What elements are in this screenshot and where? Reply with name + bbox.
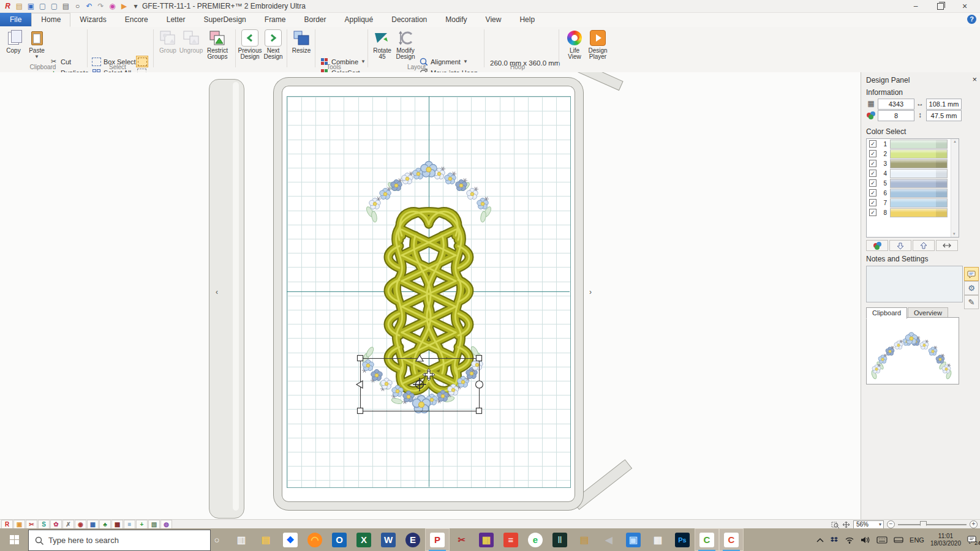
- wizard-module-icon[interactable]: ▣: [13, 520, 25, 529]
- menu-tab-encore[interactable]: Encore: [116, 13, 157, 26]
- color-row-7[interactable]: ✓7: [867, 198, 959, 208]
- rotate-45-button[interactable]: Rotate 45: [371, 29, 393, 66]
- design-canvas[interactable]: ‹ ›: [0, 72, 861, 519]
- design-panel-close-icon[interactable]: ×: [972, 75, 977, 84]
- taskbar-search[interactable]: Type here to search: [28, 530, 211, 551]
- outlook-icon[interactable]: O: [327, 528, 352, 551]
- menu-file[interactable]: File: [0, 13, 31, 26]
- zoom-in-button[interactable]: +: [970, 520, 978, 528]
- modify-design-button[interactable]: Modify Design: [394, 29, 417, 66]
- quilt-module-icon[interactable]: ▦: [87, 520, 99, 529]
- photoshop-icon[interactable]: Ps: [670, 528, 695, 551]
- media-icon[interactable]: ◀: [597, 528, 621, 551]
- menu-tab-view[interactable]: View: [477, 13, 511, 26]
- start-button[interactable]: [0, 528, 28, 551]
- color-row-8[interactable]: ✓8: [867, 208, 959, 217]
- menu-tab-appliqué[interactable]: Appliqué: [336, 13, 383, 26]
- snip-icon[interactable]: ✂: [450, 528, 474, 551]
- keyboard-icon[interactable]: [876, 536, 888, 544]
- color-wheel-icon[interactable]: ◉: [107, 1, 118, 11]
- thread-module-icon[interactable]: ≡: [124, 520, 135, 529]
- life-view-button[interactable]: Life View: [564, 29, 586, 66]
- color-row-2[interactable]: ✓2: [867, 149, 959, 159]
- color-row-5[interactable]: ✓5: [867, 178, 959, 188]
- scroll-up-icon[interactable]: ▴: [954, 139, 956, 143]
- file-explorer-icon[interactable]: ▤: [254, 528, 278, 551]
- ungroup-button[interactable]: Ungroup: [180, 29, 202, 66]
- restrict-groups-button[interactable]: Restrict Groups: [203, 29, 232, 66]
- zoom-slider[interactable]: [898, 524, 967, 525]
- swirl-module-icon[interactable]: S: [38, 520, 50, 529]
- print-icon[interactable]: ▤: [61, 1, 71, 11]
- ledger-icon[interactable]: ▤: [572, 528, 597, 551]
- help-icon[interactable]: ?: [967, 15, 976, 24]
- menu-tab-help[interactable]: Help: [510, 13, 544, 26]
- color-checkbox[interactable]: ✓: [869, 199, 876, 206]
- notes-button[interactable]: [964, 267, 979, 281]
- eye-module-icon[interactable]: ◉: [75, 520, 86, 529]
- color-checkbox[interactable]: ✓: [869, 150, 876, 157]
- paint-grid-icon[interactable]: ▦: [474, 528, 499, 551]
- color-checkbox[interactable]: ✓: [869, 140, 876, 148]
- menu-tab-modify[interactable]: Modify: [436, 13, 476, 26]
- volume-icon[interactable]: [861, 536, 870, 544]
- menu-tab-superdesign[interactable]: SuperDesign: [194, 13, 255, 26]
- clock[interactable]: 11:0118/03/2020: [930, 533, 961, 547]
- merge-colors-button[interactable]: [936, 240, 958, 251]
- group-button[interactable]: Group: [157, 29, 179, 66]
- export-module-icon[interactable]: ▧: [148, 520, 160, 529]
- color-checkbox[interactable]: ✓: [869, 160, 876, 167]
- zoom-to-selection-icon[interactable]: [831, 521, 839, 528]
- todoist-icon[interactable]: ≡: [499, 528, 523, 551]
- color-checkbox[interactable]: ✓: [869, 179, 876, 187]
- menu-tab-border[interactable]: Border: [295, 13, 335, 26]
- zoom-to-fit-icon[interactable]: [842, 521, 850, 528]
- premier-logo-icon[interactable]: R: [2, 1, 13, 11]
- color-checkbox[interactable]: ✓: [869, 170, 876, 177]
- stitch-module-icon[interactable]: ▩: [111, 520, 123, 529]
- menu-tab-wizards[interactable]: Wizards: [70, 13, 115, 26]
- tree-module-icon[interactable]: ♣: [99, 520, 111, 529]
- color-row-4[interactable]: ✓4: [867, 168, 959, 178]
- resize-button[interactable]: Resize: [290, 29, 312, 66]
- customize-toolbar-icon[interactable]: ▾: [130, 1, 141, 11]
- excel-icon[interactable]: X: [352, 528, 376, 551]
- color-row-6[interactable]: ✓6: [867, 188, 959, 198]
- copy-button[interactable]: Copy: [2, 29, 24, 66]
- wifi-icon[interactable]: [845, 536, 854, 544]
- export-picture-icon[interactable]: ▢: [37, 1, 48, 11]
- settings-button[interactable]: ⚙: [964, 281, 979, 295]
- undo-icon[interactable]: ↶: [84, 1, 94, 11]
- camtasia-rec-icon[interactable]: C: [719, 528, 744, 551]
- tray-expand-icon[interactable]: [816, 538, 824, 542]
- camtasia-icon[interactable]: C: [695, 528, 719, 551]
- dropbox-tray-icon[interactable]: [830, 536, 839, 544]
- touchpad-icon[interactable]: [894, 536, 903, 544]
- evernote-icon[interactable]: e: [523, 528, 548, 551]
- redo-icon[interactable]: ↷: [96, 1, 106, 11]
- save-as-icon[interactable]: ▢: [49, 1, 59, 11]
- color-select-list[interactable]: ▴▾ ✓1✓2✓3✓4✓5✓6✓7✓8: [866, 138, 959, 238]
- cortana-icon[interactable]: ○: [205, 528, 229, 551]
- edit-button[interactable]: ✎: [964, 295, 979, 309]
- language-indicator[interactable]: ENG: [910, 536, 924, 544]
- color-row-3[interactable]: ✓3: [867, 159, 959, 168]
- color-list-scrollbar[interactable]: ▴▾: [951, 139, 959, 237]
- notes-textarea[interactable]: [866, 266, 963, 302]
- premier-app-icon[interactable]: P: [425, 528, 450, 551]
- firefox-icon[interactable]: ◠: [303, 528, 327, 551]
- hoop-icon[interactable]: ○: [72, 1, 83, 11]
- calculator-icon[interactable]: ▦: [646, 528, 670, 551]
- tab-clipboard[interactable]: Clipboard: [866, 307, 907, 319]
- menu-tab-decoration[interactable]: Decoration: [382, 13, 436, 26]
- menu-tab-home[interactable]: Home: [31, 13, 70, 27]
- color-checkbox[interactable]: ✓: [869, 209, 876, 216]
- cut-module-icon[interactable]: ✂: [26, 520, 37, 529]
- embroidery-design[interactable]: [0, 72, 861, 519]
- move-color-up-button[interactable]: [913, 240, 935, 251]
- scroll-down-icon[interactable]: ▾: [953, 231, 956, 236]
- next-design-button[interactable]: Next Design: [262, 29, 284, 66]
- notification-center-icon[interactable]: 24: [967, 536, 976, 544]
- photos-icon[interactable]: ▣: [621, 528, 646, 551]
- zoom-level-select[interactable]: 56%▾: [853, 520, 884, 529]
